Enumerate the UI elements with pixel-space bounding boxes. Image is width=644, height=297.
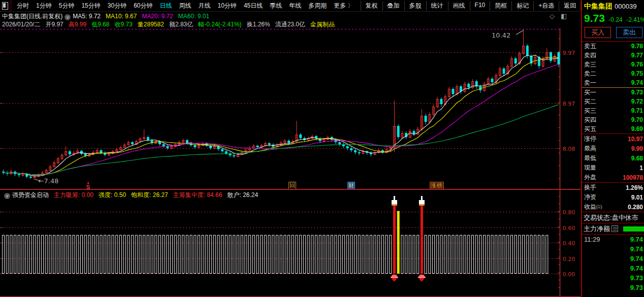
info-segment: 高9.99 (69, 21, 86, 28)
tick-price: 9.73 (630, 284, 643, 291)
menu-period[interactable]: 45日线 (240, 2, 266, 10)
level-label: 买二 (584, 97, 596, 106)
bid-level-row[interactable]: 买四9.70 (582, 115, 644, 124)
stat-label: 净资 (584, 193, 596, 202)
quote-name-row: 中集集团000039 (582, 0, 644, 11)
menu-period[interactable]: 多周期 (305, 2, 330, 10)
buy-button[interactable]: 买入 (585, 27, 611, 38)
info-segment: 流通23.0亿 (275, 21, 305, 28)
tick-price: 9.74 (630, 245, 643, 253)
stat-row: 换手1.26% (582, 183, 644, 192)
window-layout-icon[interactable] (2, 2, 8, 10)
main-chart-canvas[interactable] (0, 28, 581, 189)
menu-tool[interactable]: F10 (470, 1, 490, 11)
menu-period[interactable]: 15分钟 (78, 2, 104, 10)
menu-tool[interactable]: 多股 (404, 1, 426, 11)
top-menu-bar: 分时1分钟5分钟15分钟30分钟60分钟日线周线月线10分钟45日线季线年线多周… (0, 0, 644, 12)
info-segment: 换1.26% (247, 21, 270, 28)
list-icon[interactable] (611, 225, 618, 232)
split-square-icon[interactable]: ◧ (561, 12, 567, 20)
ask-level-row[interactable]: 卖二9.75 (582, 69, 644, 78)
menu-period[interactable]: 日线 (156, 2, 176, 10)
level-label: 买三 (584, 107, 596, 115)
tick-price: 9.74 (630, 255, 643, 262)
bid-level-row[interactable]: 买一9.73 (582, 88, 644, 97)
tools-menu: 复权叠加多股统计画线F10简框标记+自选返回 (361, 1, 582, 11)
level-price: 9.78 (631, 43, 643, 50)
info-segment: MA5: 9.72 (73, 13, 101, 20)
menu-period[interactable]: 月线 (195, 2, 214, 10)
price-change: -0.24 (608, 16, 622, 23)
info-segment: 收9.73 (114, 21, 132, 28)
menu-period[interactable]: 10分钟 (214, 2, 240, 10)
level-price: 9.77 (631, 52, 643, 59)
tick-row: 9.73 (582, 273, 644, 283)
level-price: 9.75 (631, 70, 643, 77)
ask-level-row[interactable]: 卖三9.76 (582, 60, 644, 69)
indicator-canvas[interactable] (0, 190, 581, 297)
price-change-pct: -2.41% (626, 16, 644, 23)
tick-row: 9.74 (582, 254, 644, 263)
menu-period[interactable]: 更多 〉 (330, 2, 357, 10)
chart-title-row: 中集集团(日线.前复权)∨MA5: 9.72MA10: 9.67MA20: 9.… (2, 12, 214, 20)
menu-period[interactable]: 分时 (13, 2, 33, 10)
menu-period[interactable]: 60分钟 (130, 2, 156, 10)
ask-level-row[interactable]: 卖四9.77 (582, 51, 644, 60)
level-label: 卖五 (584, 42, 596, 51)
menu-tool[interactable]: 画线 (448, 1, 470, 11)
ask-level-row[interactable]: 卖一9.74 (582, 78, 644, 87)
bid-level-row[interactable]: 买二9.72 (582, 97, 644, 106)
sell-button[interactable]: 卖出 (616, 27, 642, 38)
signal-tag[interactable]: 回 (288, 182, 296, 189)
menu-period[interactable]: 1分钟 (33, 2, 55, 10)
tick-list[interactable]: 11:299.749.749.749.749.739.73 (582, 235, 644, 292)
level-label: 卖一 (584, 79, 596, 87)
period-menu: 分时1分钟5分钟15分钟30分钟60分钟日线周线月线10分钟45日线季线年线多周… (13, 2, 358, 10)
bid-level-row[interactable]: 买三9.71 (582, 106, 644, 115)
quote-price-row: 9.73 -0.24 -2.41% (582, 11, 644, 25)
tick-price: 9.73 (630, 274, 643, 282)
info-segment: 幅-0.24(-2.41%) (198, 21, 241, 28)
stat-label: 收益㈢ (584, 203, 602, 211)
level-price: 9.70 (631, 116, 643, 123)
net-inflow-bar (623, 226, 644, 232)
signal-tag[interactable]: 财 (347, 182, 355, 189)
stats-block-2: 换手1.26%净资9.01收益㈢0.280 (582, 183, 644, 212)
menu-tool[interactable]: 标记 (511, 1, 533, 11)
stat-label: 换手 (584, 183, 596, 192)
status-label: 交易状态: (584, 214, 612, 221)
menu-tool[interactable]: 复权 (361, 1, 382, 11)
menu-tool[interactable]: +自选 (533, 1, 559, 11)
status-value: 盘中休市 (612, 214, 638, 221)
menu-tool[interactable]: 统计 (426, 1, 448, 11)
menu-tool[interactable]: 简框 (490, 1, 511, 11)
chevron-down-icon[interactable]: ∨ (65, 14, 71, 20)
tick-row: 9.73 (582, 283, 644, 292)
diamond-icon[interactable]: ◇ (550, 12, 555, 20)
tick-price: 9.74 (630, 265, 643, 272)
stat-row: 外盘100978 (582, 173, 644, 182)
tick-row: 9.74 (582, 244, 644, 254)
menu-period[interactable]: 年线 (285, 2, 305, 10)
info-segment: 低9.68 (91, 21, 109, 28)
menu-period[interactable]: 周线 (176, 2, 195, 10)
menu-period[interactable]: 5分钟 (55, 2, 78, 10)
quote-info-row: 2026/01/20/二开9.97高9.99低9.68收9.73量289582额… (2, 20, 340, 28)
ask-level-row[interactable]: 卖五9.78 (582, 42, 644, 51)
stat-row: 最低9.68 (582, 153, 644, 163)
stat-label: 涨停 (584, 135, 596, 143)
stats-block-1: 涨停10.97最高9.99最低9.68现量1外盘100978 (582, 134, 644, 182)
menu-tool[interactable]: 叠加 (382, 1, 404, 11)
info-segment: 额2.83亿 (169, 21, 193, 28)
menu-tool[interactable]: 返回 (559, 1, 581, 11)
menu-period[interactable]: 30分钟 (104, 2, 130, 10)
signal-tag[interactable]: 涨榜 (430, 182, 444, 189)
info-segment: 金属制品 (310, 21, 335, 28)
stat-value: 10.97 (628, 136, 643, 143)
bid-level-row[interactable]: 买五9.69 (582, 124, 644, 134)
menu-period[interactable]: 季线 (266, 2, 285, 10)
level-label: 卖三 (584, 60, 596, 69)
stat-value: 100978 (623, 174, 643, 181)
stat-label: 现量 (584, 163, 596, 172)
stat-row: 收益㈢0.280 (582, 202, 644, 212)
